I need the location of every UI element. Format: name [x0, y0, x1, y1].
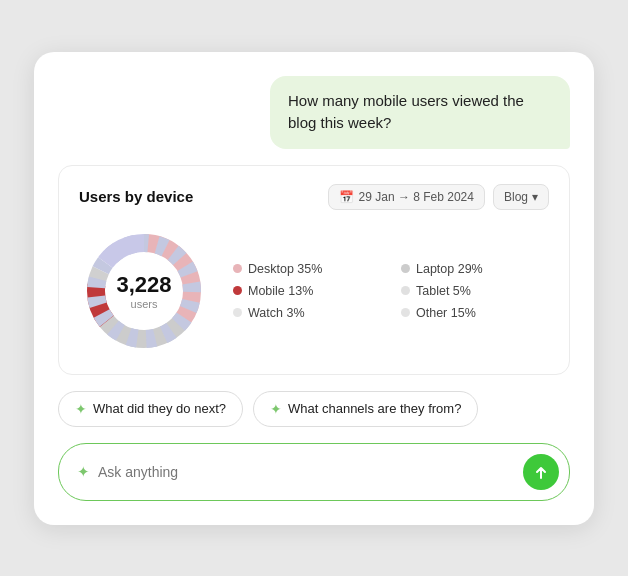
suggestion-label-1: What did they do next? [93, 401, 226, 416]
total-users-number: 3,228 [116, 271, 171, 297]
send-button[interactable] [523, 454, 559, 490]
analytics-card: Users by device 📅 29 Jan → 8 Feb 2024 Bl… [58, 165, 570, 375]
blog-filter-badge[interactable]: Blog ▾ [493, 184, 549, 210]
legend-item-watch: Watch 3% [233, 306, 381, 320]
donut-chart: 3,228 users [79, 226, 209, 356]
suggestions-row: ✦ What did they do next? ✦ What channels… [58, 391, 570, 427]
analytics-controls: 📅 29 Jan → 8 Feb 2024 Blog ▾ [328, 184, 549, 210]
donut-center: 3,228 users [116, 271, 171, 309]
legend-dot-other [401, 308, 410, 317]
legend-dot-mobile [233, 286, 242, 295]
legend-dot-laptop [401, 264, 410, 273]
sparkle-icon-2: ✦ [270, 401, 282, 417]
legend-label-mobile: Mobile 13% [248, 284, 313, 298]
legend-label-tablet: Tablet 5% [416, 284, 471, 298]
legend-label-other: Other 15% [416, 306, 476, 320]
chevron-down-icon: ▾ [532, 190, 538, 204]
legend-item-desktop: Desktop 35% [233, 262, 381, 276]
legend-label-watch: Watch 3% [248, 306, 305, 320]
legend-dot-desktop [233, 264, 242, 273]
date-badge[interactable]: 📅 29 Jan → 8 Feb 2024 [328, 184, 485, 210]
suggestion-label-2: What channels are they from? [288, 401, 461, 416]
legend-item-other: Other 15% [401, 306, 549, 320]
input-sparkle-icon: ✦ [77, 463, 90, 481]
legend-item-tablet: Tablet 5% [401, 284, 549, 298]
ask-input[interactable] [98, 464, 515, 480]
legend-item-mobile: Mobile 13% [233, 284, 381, 298]
legend-dot-tablet [401, 286, 410, 295]
legend: Desktop 35% Laptop 29% Mobile 13% Tablet… [233, 262, 549, 320]
suggestion-btn-next[interactable]: ✦ What did they do next? [58, 391, 243, 427]
blog-filter-label: Blog [504, 190, 528, 204]
total-users-label: users [116, 298, 171, 310]
date-range-text: 29 Jan → 8 Feb 2024 [359, 190, 474, 204]
legend-label-desktop: Desktop 35% [248, 262, 322, 276]
chat-bubble-row: How many mobile users viewed the blog th… [58, 76, 570, 149]
legend-dot-watch [233, 308, 242, 317]
ask-input-area: ✦ [58, 443, 570, 501]
calendar-icon: 📅 [339, 190, 354, 204]
main-card: How many mobile users viewed the blog th… [34, 52, 594, 525]
suggestion-btn-channels[interactable]: ✦ What channels are they from? [253, 391, 478, 427]
sparkle-icon-1: ✦ [75, 401, 87, 417]
analytics-title: Users by device [79, 188, 193, 205]
legend-item-laptop: Laptop 29% [401, 262, 549, 276]
chat-bubble: How many mobile users viewed the blog th… [270, 76, 570, 149]
legend-label-laptop: Laptop 29% [416, 262, 483, 276]
chart-area: 3,228 users Desktop 35% Laptop 29% Mobil… [79, 226, 549, 356]
analytics-header: Users by device 📅 29 Jan → 8 Feb 2024 Bl… [79, 184, 549, 210]
